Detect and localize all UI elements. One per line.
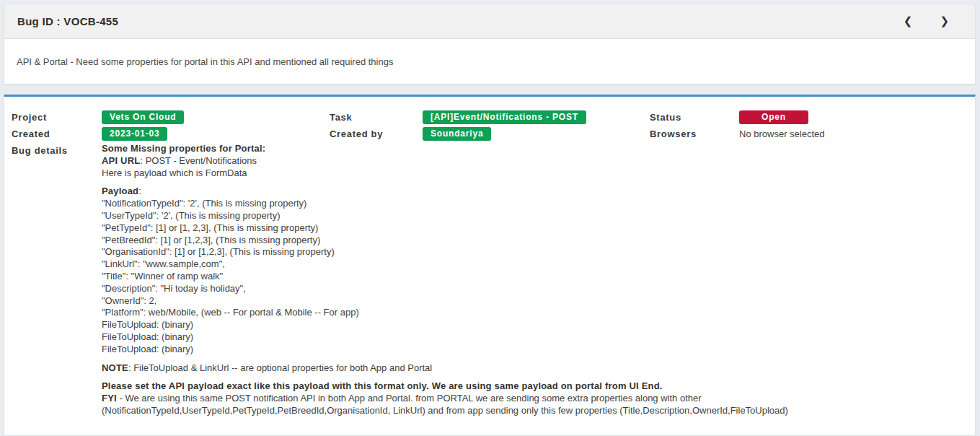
created-label: Created xyxy=(12,128,102,139)
bug-details-line-text: "OrganisationId": [1] or [1,2,3], (This … xyxy=(102,246,335,257)
created-badge: 2023-01-03 xyxy=(102,127,167,141)
bug-card-body: API & Portal - Need some properties for … xyxy=(4,39,975,84)
bug-details-line: "OwnerId": 2, xyxy=(102,295,966,308)
bug-details-line: "PetTypeId": [1] or [1, 2,3], (This is m… xyxy=(102,222,966,235)
bug-details-line-text: FileToUpload: (binary) xyxy=(102,331,193,342)
bug-meta-grid: Project Vets On Cloud Task [API]Event/No… xyxy=(12,109,966,417)
bug-details-line-bold: Payload xyxy=(102,186,138,196)
bug-details-line-text: "UserTypeId": '2', (This is missing prop… xyxy=(102,210,281,221)
bug-details-line-bold: NOTE xyxy=(102,362,128,373)
bug-details-line: "NotificationTypeId": '2', (This is miss… xyxy=(102,198,966,210)
chevron-right-icon: ❯ xyxy=(940,14,949,27)
chevron-left-icon: ❮ xyxy=(904,14,913,27)
bug-details-line-text: : xyxy=(138,186,141,196)
browsers-value: No browser selected xyxy=(739,128,966,139)
bug-details-line xyxy=(102,356,966,362)
task-value-cell: [API]Event/Notifications - POST xyxy=(423,110,650,124)
bug-details-line-bold: Some Missing properties for Portal: xyxy=(102,143,265,154)
bug-details-line-text: : POST - Event/Notifications xyxy=(140,155,257,166)
page: Bug ID : VOCB-455 ❮ ❯ API & Portal - Nee… xyxy=(0,0,980,436)
bug-details-line-text: FileToUpload: (binary) xyxy=(102,319,193,330)
bug-details-line-text: "Platform": web/Mobile, (web -- For port… xyxy=(102,307,359,318)
status-value-cell: Open xyxy=(739,110,966,124)
bug-details-line-bold: API URL xyxy=(102,155,140,166)
created-by-label: Created by xyxy=(330,128,423,139)
browsers-label: Browsers xyxy=(650,128,739,139)
bug-details-line-text: "PetBreedId": [1] or [1,2,3], (This is m… xyxy=(102,235,320,245)
bug-details-line: "Platform": web/Mobile, (web -- For port… xyxy=(102,307,966,319)
bug-details-line xyxy=(102,374,966,380)
bug-details-line-bold: FYI xyxy=(102,393,117,404)
task-badge: [API]Event/Notifications - POST xyxy=(423,110,586,124)
bug-details-label: Bug details xyxy=(12,145,102,156)
bug-details-line: Some Missing properties for Portal: xyxy=(102,143,966,155)
task-label: Task xyxy=(330,112,423,123)
bug-nav-arrows: ❮ ❯ xyxy=(901,14,952,28)
bug-details-line: FileToUpload: (binary) xyxy=(102,319,966,331)
bug-details-line: "UserTypeId": '2', (This is missing prop… xyxy=(102,210,966,222)
bug-details-line: "LinkUrl": "www.sample,com", xyxy=(102,258,966,271)
status-label: Status xyxy=(650,112,739,123)
bug-details-line-text: "Title": "Winner of ramp walk" xyxy=(102,271,223,282)
bug-details-line-text: "PetTypeId": [1] or [1, 2,3], (This is m… xyxy=(102,222,318,233)
created-value-cell: 2023-01-03 xyxy=(102,126,330,141)
bug-details-line: Please set the API payload exact like th… xyxy=(102,380,966,393)
bug-details-line-text: Here is payload which is FormData xyxy=(102,167,247,178)
bug-details-line: "OrganisationId": [1] or [1,2,3], (This … xyxy=(102,246,966,258)
bug-details-line-text: - We are using this same POST notificati… xyxy=(102,393,788,416)
bug-details-line-text: "OwnerId": 2, xyxy=(102,295,156,306)
bug-details-line: "Description": "Hi today is holiday", xyxy=(102,283,966,295)
bug-details-line xyxy=(102,179,966,186)
next-bug-button[interactable]: ❯ xyxy=(937,14,952,28)
bug-details-line: FileToUpload: (binary) xyxy=(102,331,966,344)
bug-details-line: NOTE: FileToUpload & LinkUrl -- are opti… xyxy=(102,362,966,375)
bug-details-line-text: : FileToUpload & LinkUrl -- are optional… xyxy=(128,362,432,373)
bug-summary-text: API & Portal - Need some properties for … xyxy=(17,56,393,67)
bug-details-line: API URL: POST - Event/Notifications xyxy=(102,155,966,167)
bug-header-card: Bug ID : VOCB-455 ❮ ❯ API & Portal - Nee… xyxy=(4,4,976,84)
bug-details-content: Some Missing properties for Portal: API … xyxy=(102,143,966,417)
bug-details-line-text: "NotificationTypeId": '2', (This is miss… xyxy=(102,198,306,209)
bug-details-line-text: FileToUpload: (binary) xyxy=(102,344,193,354)
bug-details-line-text: "Description": "Hi today is holiday", xyxy=(102,283,246,294)
bug-id-title: Bug ID : VOCB-455 xyxy=(17,15,118,27)
bug-details-line-text: "LinkUrl": "www.sample,com", xyxy=(102,258,225,269)
created-by-value-cell: Soundariya xyxy=(423,126,650,141)
project-label: Project xyxy=(12,112,102,123)
bug-card-header: Bug ID : VOCB-455 ❮ ❯ xyxy=(4,4,975,39)
bug-details-line: "PetBreedId": [1] or [1,2,3], (This is m… xyxy=(102,235,966,247)
bug-details-line: "Title": "Winner of ramp walk" xyxy=(102,271,966,283)
project-value-cell: Vets On Cloud xyxy=(102,110,330,124)
bug-details-line: Payload: xyxy=(102,186,966,198)
bug-detail-card: Project Vets On Cloud Task [API]Event/No… xyxy=(4,95,976,436)
bug-details-line: FYI - We are using this same POST notifi… xyxy=(102,393,966,417)
bug-details-line: FileToUpload: (binary) xyxy=(102,344,966,356)
prev-bug-button[interactable]: ❮ xyxy=(901,14,916,28)
created-by-badge: Soundariya xyxy=(423,127,491,141)
bug-details-line-bold: Please set the API payload exact like th… xyxy=(102,380,663,391)
bug-details-line: Here is payload which is FormData xyxy=(102,167,966,180)
status-badge: Open xyxy=(739,110,808,124)
project-badge: Vets On Cloud xyxy=(102,110,184,124)
